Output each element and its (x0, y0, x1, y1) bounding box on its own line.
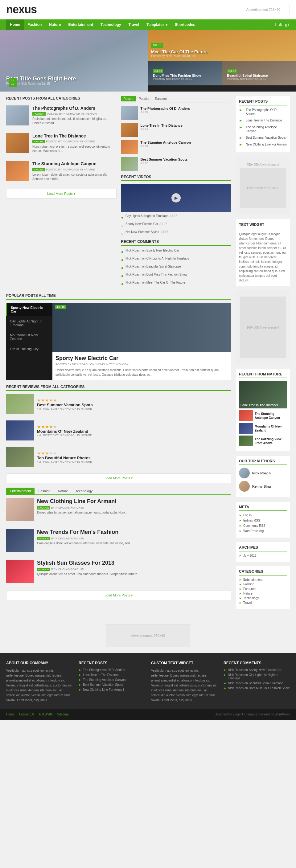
footer-post-5[interactable]: ►New Clothing Line For Armani (79, 688, 145, 691)
mid-post-2: Lone Tree In The Distance Jul 14 (121, 123, 232, 137)
nature-small-title-2[interactable]: Mountains Of New Zealand (255, 425, 287, 432)
cat-fashion[interactable]: ►Fashion (239, 583, 287, 586)
twitter-icon[interactable]: t (271, 22, 272, 27)
tab-recent[interactable]: Recent (121, 96, 136, 101)
review-stars-3: ★★★★★ (37, 451, 92, 456)
meta-entries[interactable]: ►Entries RSS (239, 519, 287, 522)
popular-slide-3[interactable]: Mountains Of New Zealand (6, 330, 52, 344)
rss-icon[interactable]: ⊕ (279, 22, 283, 27)
ent-tab-nature[interactable]: Nature (54, 488, 72, 494)
popular-slide-4[interactable]: Life In The Big City (6, 344, 52, 354)
popular-slide-2[interactable]: City Lights At Night In Timelaps (6, 316, 52, 330)
post-item-2: Lone Tree In The Distance NATURE POSTED … (6, 133, 117, 157)
video-thumb[interactable]: ▶ (121, 184, 232, 212)
author-name-1[interactable]: Nick Roach (252, 471, 271, 475)
sidebar-post-2[interactable]: ► Lone Tree In The Distance (239, 118, 287, 123)
nav-item-travel[interactable]: Travel (125, 20, 143, 30)
sidebar-post-1[interactable]: ► The Photographs Of D. Anders (239, 108, 287, 116)
sidebar-post-3[interactable]: ► The Stunning Antelope Canyon (239, 125, 287, 133)
mid-post-title-3[interactable]: The Stunning Antelope Canyon (141, 140, 191, 145)
load-more-reviews[interactable]: Load More Posts ▾ (6, 473, 231, 483)
ent-tab-entertainment[interactable]: Entertainment (6, 488, 34, 494)
nature-big-img: Lone Tree In The Distance (239, 381, 287, 408)
nature-small-title-3[interactable]: The Dazzling View From Above (255, 437, 287, 445)
popular-posts-section: Popular Posts All Time Sporty New Electr… (6, 293, 231, 380)
cat-featured[interactable]: ►Featured (239, 587, 287, 591)
popular-slide-active[interactable]: Sporty New Electric Car (6, 303, 52, 316)
video-title-1[interactable]: City Lights At Night In Timelaps Jul 15 (125, 214, 177, 218)
mid-post-date-2: Jul 14 (141, 128, 182, 131)
nature-small-title-1[interactable]: The Stunning Antelope Canyon (255, 412, 287, 420)
load-more-recent[interactable]: Load More Posts ▾ (6, 189, 117, 198)
ent-title-1[interactable]: New Clothing Line For Armani (37, 498, 128, 505)
popular-posts-title: Popular Posts All Time (6, 293, 56, 298)
nav-item-nature[interactable]: Nature (45, 20, 64, 30)
nav-item-templates[interactable]: Templates ▾ (143, 20, 171, 30)
tab-random[interactable]: Random (153, 96, 169, 101)
footer-post-1[interactable]: ►The Photographs Of D. Anders (79, 668, 145, 672)
review-thumb-3 (6, 447, 34, 467)
video-title-3[interactable]: Hot New Summer Styles Jul 15 (125, 230, 168, 234)
mid-post-content-4: Best Summer Vacation Spots Jul 12 (141, 157, 188, 164)
footer-comment-2[interactable]: ►Nick Roach on City Lights At Night In T… (224, 673, 290, 680)
play-button[interactable]: ▶ (172, 193, 181, 203)
load-more-ent[interactable]: Load More Posts ▾ (6, 591, 231, 600)
cat-technology[interactable]: ►Technology (239, 596, 287, 600)
hero-main-post[interactable]: JUL15 Post Title Goes Right Here Posted … (0, 30, 148, 92)
footer-col3-text: Vestibulum at risus eget leo lacinia pel… (151, 668, 217, 703)
tab-popular[interactable]: Popular (136, 96, 152, 101)
site-logo[interactable]: nexus (6, 3, 37, 16)
footer-grid: About Our Company Vestibulum at risus eg… (6, 661, 290, 703)
hero-top-right-post[interactable]: JUL 14 Meet The Car Of The Future Posted… (148, 30, 296, 61)
footer-link-home[interactable]: Home (6, 713, 14, 716)
ent-thumb-3 (6, 560, 34, 583)
meta-wordpress[interactable]: ►WordPress.org (239, 529, 287, 533)
nav-item-technology[interactable]: Technology (97, 20, 124, 30)
nav-item-entertainment[interactable]: Entertainment (64, 20, 97, 30)
archive-july2013[interactable]: ► July 2013 (239, 554, 287, 557)
comment-3: ● Nick Roach on Beautiful Spiral Stairca… (121, 265, 232, 270)
sidebar-post-4[interactable]: ► Best Summer Vacation Spots (239, 135, 287, 140)
post-title-2[interactable]: Lone Tree In The Distance (32, 133, 117, 139)
hero-bottom-right-post[interactable]: JUL 12 Beautiful Spiral Staircase Posted… (222, 61, 296, 85)
mid-post-title-4[interactable]: Best Summer Vacation Spots (141, 157, 188, 161)
meta-login[interactable]: ►Log in (239, 514, 287, 517)
post-title-3[interactable]: The Stunning Antelope Canyon (32, 161, 117, 166)
ent-title-3[interactable]: Stylish Sun Glasses For 2013 (37, 560, 140, 566)
video-title-2[interactable]: Sporty New Electric Car Jul 15 (125, 222, 168, 226)
mid-post-title-1[interactable]: The Photographs Of D. Anders (141, 106, 190, 111)
mid-post-title-2[interactable]: Lone Tree In The Distance (141, 123, 182, 128)
hero-bottom-left-post[interactable]: JUL 13 Dont Miss This Fashion Show Poste… (148, 61, 222, 85)
post-title-1[interactable]: The Photographs Of D. Anders (32, 105, 117, 111)
nav-item-home[interactable]: Home (6, 20, 24, 30)
footer-link-sitemap[interactable]: Sitemap (57, 713, 69, 716)
review-title-1[interactable]: Best Summer Vacation Spots (37, 403, 93, 407)
ent-tab-technology[interactable]: Technology (72, 488, 96, 494)
video-item-3: ○ Hot New Summer Styles Jul 15 (121, 230, 232, 236)
facebook-icon[interactable]: f (275, 22, 276, 27)
googleplus-icon[interactable]: g+ (285, 22, 290, 27)
cat-entertainment[interactable]: ►Entertainment (239, 578, 287, 581)
mid-post-3: The Stunning Antelope Canyon Jul 13 (121, 140, 232, 154)
review-title-3[interactable]: Ten Beautiful Nature Photos (37, 456, 92, 460)
cat-travel[interactable]: ►Travel (239, 601, 287, 604)
popular-featured-title[interactable]: Sporty New Electric Car (56, 355, 228, 362)
footer-comment-1[interactable]: ►Nick Roach on Sporty New Electric Car (224, 668, 290, 672)
footer-post-2[interactable]: ►Lone Tree In The Distance (79, 673, 145, 677)
ent-tab-fashion[interactable]: Fashion (34, 488, 54, 494)
text-widget-title: Text Widget (239, 222, 287, 229)
footer-post-4[interactable]: ►Best Summer Vacation Spots (79, 683, 145, 686)
nav-item-fashion[interactable]: Fashion (24, 20, 45, 30)
footer-comment-3[interactable]: ►Nick Roach on Beautiful Spiral Staircas… (224, 682, 290, 685)
cat-nature[interactable]: ►Nature (239, 592, 287, 595)
nav-item-shortcodes[interactable]: Shortcodes (171, 20, 199, 30)
sidebar-post-5[interactable]: ► New Clothing Line For Armani (239, 143, 287, 147)
footer-comment-4[interactable]: ►Nick Roach on Dont Miss This Fashion Sh… (224, 686, 290, 690)
footer-link-fullwidth[interactable]: Full Width (39, 713, 52, 716)
footer-post-3[interactable]: ►The Stunning Antelope Canyon (79, 678, 145, 682)
review-title-2[interactable]: Mountains Of New Zealand (37, 429, 92, 434)
ent-title-2[interactable]: New Trends For Men's Fashion (37, 529, 132, 536)
meta-comments[interactable]: ►Comments RSS (239, 524, 287, 527)
footer-link-contact[interactable]: Contact Us (19, 713, 34, 716)
author-name-2[interactable]: Kenny Sing (252, 485, 271, 488)
